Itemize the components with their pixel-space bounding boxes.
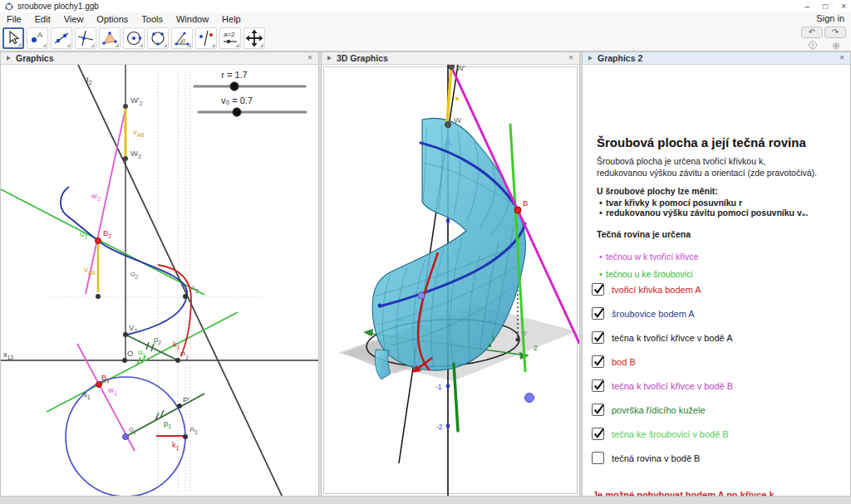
bullet-item: •redukovanou výšku závitu pomocí posuvní…: [599, 208, 808, 218]
undo-button[interactable]: ↶: [801, 27, 823, 38]
point-B1: [96, 382, 102, 388]
point-A-3d[interactable]: [418, 292, 425, 299]
menu-file[interactable]: File: [0, 14, 28, 24]
panel-close-icon[interactable]: ×: [305, 52, 315, 64]
menu-help[interactable]: Help: [215, 14, 248, 24]
perpendicular-line-tool-button[interactable]: [75, 27, 96, 49]
checkbox-label[interactable]: tečna k tvořicí křivce v bodě B: [612, 381, 733, 391]
menu-window[interactable]: Window: [170, 14, 215, 24]
checkbox-label[interactable]: tečna ke šroubovici v bodě B: [612, 429, 729, 439]
bullet-list-parameters: •tvar křivky k pomocí posuvníku r•reduko…: [599, 198, 808, 218]
move-view-tool-button[interactable]: [243, 27, 265, 49]
minimize-button[interactable]: –: [805, 2, 810, 11]
point-label: P': [183, 395, 189, 404]
panel-close-icon[interactable]: ×: [837, 52, 847, 64]
checkbox-label[interactable]: šroubovice bodem A: [612, 309, 695, 319]
checkbox-row: bod B: [592, 350, 733, 374]
panel-graphics: Graphics ×: [0, 51, 319, 497]
menu-view[interactable]: View: [57, 14, 91, 24]
angle-tool-button[interactable]: α: [171, 27, 193, 49]
point-W-3d[interactable]: [445, 122, 451, 128]
checkbox-row: površka řídicího kužele: [592, 398, 733, 422]
checkbox-checked[interactable]: [592, 331, 604, 344]
checkbox-checked[interactable]: [592, 428, 604, 440]
point-label: k1: [172, 440, 180, 451]
slider-r-knob[interactable]: [230, 82, 239, 91]
point-label: O: [127, 349, 133, 358]
checkbox-checked[interactable]: [592, 283, 604, 296]
point-o1-axis-top-view: [123, 434, 129, 440]
redo-button[interactable]: ↷: [824, 27, 846, 38]
panel-header-3d[interactable]: 3D Graphics ×: [322, 52, 579, 65]
menu-edit[interactable]: Edit: [28, 14, 57, 24]
reflection-tool-icon: [197, 29, 215, 47]
point-tool-button[interactable]: A: [27, 27, 48, 49]
panel-menu-arrow-icon[interactable]: [327, 56, 332, 61]
polygon-tool-button[interactable]: [99, 27, 121, 49]
point-label: u1: [138, 347, 145, 358]
point-label: A1: [189, 424, 198, 435]
help-icon[interactable]: ?: [809, 41, 817, 49]
conic-tool-button[interactable]: [147, 27, 169, 49]
checkbox-checked[interactable]: [592, 355, 604, 368]
point-label: o1: [129, 424, 136, 435]
checkbox-unchecked[interactable]: [592, 452, 604, 464]
reflection-tool-button[interactable]: [195, 27, 217, 49]
intro-text: Šroubová plocha je určena tvořicí křivko…: [597, 155, 817, 179]
slider-v0-label: v₀ = 0.7: [221, 95, 253, 105]
slider-tool-button[interactable]: a=2: [219, 27, 241, 49]
free-point-sphere[interactable]: [525, 394, 534, 403]
checkbox-label[interactable]: površka řídicího kužele: [612, 405, 706, 415]
menu-tools[interactable]: Tools: [135, 14, 170, 24]
menubar: FileEditViewOptionsToolsWindowHelp: [0, 12, 851, 25]
move-tool-button[interactable]: [2, 27, 24, 49]
move-view-tool-icon: [245, 29, 263, 47]
point-label: w2: [91, 191, 101, 202]
checkbox-label[interactable]: tvořicí křivka bodem A: [612, 285, 701, 295]
line-tool-button[interactable]: [51, 27, 72, 49]
checkbox-checked[interactable]: [592, 379, 604, 392]
point-label: W2: [130, 149, 141, 159]
point-label: 2: [534, 344, 538, 352]
polygon-tool-icon: [101, 29, 119, 47]
close-button[interactable]: ×: [841, 2, 846, 11]
checkbox-label[interactable]: tečná rovina v bodě B: [612, 453, 700, 463]
panel-graphics2: Graphics 2 × Šroubová plocha a její tečn…: [582, 51, 851, 497]
tangent-u2[interactable]: [1, 189, 204, 295]
graphics-view-3d[interactable]: W'WBB'-1-2-212: [322, 65, 579, 496]
panel-close-icon[interactable]: ×: [566, 52, 576, 64]
perpendicular-line-tool-icon: [76, 29, 95, 47]
graphics-view-2d[interactable]: r = 1.7 v₀ = 0.7: [1, 65, 318, 496]
slider-r-label: r = 1.7: [221, 70, 248, 80]
point-W-prime-3d[interactable]: [449, 65, 455, 70]
menu-options[interactable]: Options: [90, 14, 135, 24]
point-label: B: [523, 198, 528, 208]
sign-in-link[interactable]: Sign in: [816, 13, 844, 23]
line-t2[interactable]: [78, 65, 283, 496]
point-W2: [123, 156, 128, 161]
panel-menu-arrow-icon[interactable]: [7, 56, 11, 61]
helix-front-view[interactable]: [61, 187, 187, 335]
circle-tool-button[interactable]: [123, 27, 145, 49]
checkbox-label[interactable]: bod B: [612, 357, 636, 367]
checkbox-label[interactable]: tečna k tvořicí křivce v bodě A: [612, 333, 733, 343]
gear-icon[interactable]: [831, 41, 841, 51]
checkbox-checked[interactable]: [592, 404, 604, 416]
panel-header-graphics2[interactable]: Graphics 2 ×: [583, 52, 850, 65]
panel-menu-arrow-icon[interactable]: [588, 56, 593, 61]
point-B-3d[interactable]: [514, 207, 521, 213]
maximize-button[interactable]: □: [823, 2, 828, 11]
labels-2d: t2W'2vABW2w2u2B2vABo2A2V2p2k2P2Ou1x12B1s…: [3, 75, 199, 451]
checkbox-checked[interactable]: [592, 307, 604, 320]
point-O: [122, 358, 127, 363]
point-label: W'2: [130, 95, 143, 106]
checkbox-row: tečna k tvořicí křivce v bodě A: [592, 325, 733, 350]
panel-title: Graphics 2: [598, 53, 642, 63]
bullet-item: •tvar křivky k pomocí posuvníku r: [599, 198, 808, 208]
panel-3d-graphics: 3D Graphics ×: [321, 51, 580, 497]
panel-header-graphics[interactable]: Graphics ×: [1, 52, 318, 65]
svg-text:α: α: [182, 37, 185, 43]
point-label: V2: [129, 323, 137, 334]
titlebar: sroubove plochy1.ggb – □ ×: [0, 0, 851, 12]
slider-v0-knob[interactable]: [233, 108, 241, 116]
